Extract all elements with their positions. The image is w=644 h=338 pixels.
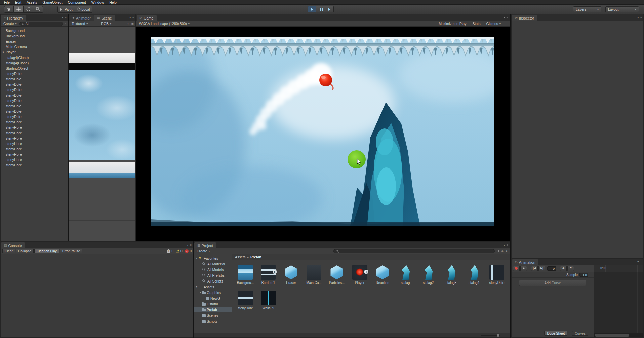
panel-dropdown-icon[interactable] [187,244,188,247]
fold-arrow-icon[interactable] [195,257,198,259]
render-channel-dropdown[interactable]: RGB [100,22,112,26]
menu-item[interactable]: Help [107,0,119,5]
asset-tile[interactable]: stenyDole [485,265,508,285]
shading-mode-dropdown[interactable]: Textured [71,22,89,26]
create-button[interactable]: Create [2,22,18,26]
fold-arrow-icon[interactable] [199,291,202,294]
stats-toggle[interactable]: Stats [471,22,482,26]
next-key-button[interactable] [538,266,545,271]
panel-dropdown-icon[interactable] [129,16,131,19]
asset-tile[interactable]: Backgrou... [234,265,257,285]
hierarchy-item[interactable]: stenyDole [1,114,68,119]
hierarchy-item[interactable]: stenyHore [1,119,68,125]
add-event-button[interactable] [567,266,574,271]
frame-field[interactable]: 0 [547,266,556,271]
layers-dropdown[interactable]: Layers [573,6,601,12]
add-curve-button[interactable]: Add Curve [519,280,586,286]
search-by-label-icon[interactable]: ◈ [501,249,504,253]
tab-project[interactable]: Project [194,242,216,248]
panel-dropdown-icon[interactable] [504,16,505,19]
timeline-scrollbar[interactable] [594,333,643,337]
hierarchy-item[interactable]: Background [1,28,68,33]
hierarchy-item[interactable]: StartingObject [1,66,68,71]
panel-dropdown-icon[interactable] [637,16,639,19]
hand-tool-button[interactable] [4,6,14,13]
project-tree-item[interactable]: Scenes [194,312,232,318]
hierarchy-item[interactable]: stenyHore [1,162,68,168]
console-log-area[interactable] [1,254,193,337]
record-button[interactable] [513,266,520,271]
timeline-grid[interactable] [594,272,643,333]
prev-key-button[interactable] [531,266,538,271]
tab-animator[interactable]: Animator [69,15,94,21]
console-toolbar-button[interactable]: Collapse [16,249,34,253]
anim-play-button[interactable] [520,266,527,271]
asset-tile[interactable]: stalag [394,265,417,285]
project-tree-item[interactable]: Favorites [194,255,232,261]
panel-menu-icon[interactable] [65,16,67,19]
asset-tile[interactable]: Eraser [280,265,303,285]
game-viewport[interactable] [136,27,510,241]
favorites-toggle-icon[interactable]: ★ [505,249,508,253]
project-tree-item[interactable]: Prefab [194,307,232,312]
hierarchy-item[interactable]: stenyHore [1,152,68,157]
hierarchy-item[interactable]: stenyHore [1,157,68,162]
error-counter[interactable]: 0 [185,249,192,253]
hierarchy-item[interactable]: stenyHore [1,136,68,141]
scene-view-canvas[interactable] [69,27,135,241]
asset-tile[interactable]: stalag3 [440,265,462,285]
fold-arrow-icon[interactable] [195,286,198,288]
hierarchy-search-input[interactable]: All [19,22,63,26]
sort-icon[interactable] [65,22,66,25]
curves-tab[interactable]: Curves [572,331,588,336]
hierarchy-item[interactable]: stalag4(Clone) [1,60,68,66]
hierarchy-item[interactable]: stenyDole [1,109,68,114]
project-tree-item[interactable]: Assets [194,284,232,290]
rotate-tool-button[interactable] [24,6,33,13]
effects-toggle-icon[interactable]: ▣ [131,22,134,25]
menu-item[interactable]: Edit [12,0,24,5]
menu-item[interactable]: Assets [24,0,40,5]
asset-tile[interactable]: Walls_9 [257,291,280,310]
search-by-type-icon[interactable]: ◨ [496,249,499,253]
asset-tile[interactable]: Player [348,265,371,285]
hierarchy-item[interactable]: stenyDole [1,103,68,109]
maximize-on-play-toggle[interactable]: Maximize on Play [437,22,468,26]
pause-button[interactable] [316,6,325,12]
project-tree-item[interactable]: NewG [194,295,232,301]
hierarchy-item[interactable]: stenyHore [1,141,68,146]
breadcrumb-root[interactable]: Assets [235,255,246,259]
asset-tile[interactable]: Particles... [325,265,348,285]
menu-item[interactable]: Component [65,0,88,5]
hierarchy-item[interactable]: stalag4(Clone) [1,55,68,60]
panel-dropdown-icon[interactable] [637,261,639,263]
sample-value-field[interactable]: 60 [579,273,588,277]
asset-tile[interactable]: stalag2 [417,265,440,285]
asset-tile[interactable]: Main Ca... [303,265,325,285]
tab-game[interactable]: Game [137,15,157,21]
menu-item[interactable]: Window [89,0,107,5]
hierarchy-item[interactable]: Player [1,49,68,55]
hierarchy-item[interactable]: stenyDole [1,82,68,87]
expand-arrow-icon[interactable] [2,51,6,53]
console-toolbar-button[interactable]: Clear [2,249,15,253]
hierarchy-item[interactable]: stenyHore [1,125,68,130]
move-tool-button[interactable] [14,6,24,13]
panel-menu-icon[interactable] [640,16,642,19]
project-tree-item[interactable]: All Scripts [194,278,232,284]
aspect-ratio-dropdown[interactable]: WXGA Landscape (1280x800) [138,22,191,26]
hierarchy-item[interactable]: stenyDole [1,87,68,92]
project-create-button[interactable]: Create [196,249,211,253]
asset-tile[interactable]: stalag4 [462,265,485,285]
console-toolbar-button[interactable]: Error Pause [60,249,82,253]
panel-menu-icon[interactable] [507,16,508,19]
thumbnail-zoom-slider[interactable] [481,335,500,336]
tab-inspector[interactable]: Inspector [512,15,537,21]
hierarchy-item[interactable]: Eraser [1,39,68,44]
hierarchy-item[interactable]: stenyHore [1,130,68,136]
asset-tile[interactable]: stenyHore [234,291,257,310]
tab-animation[interactable]: Animation [512,259,538,265]
step-button[interactable] [325,6,334,12]
info-counter[interactable]: 0 [167,249,173,253]
project-tree-item[interactable]: Scripts [194,318,232,324]
